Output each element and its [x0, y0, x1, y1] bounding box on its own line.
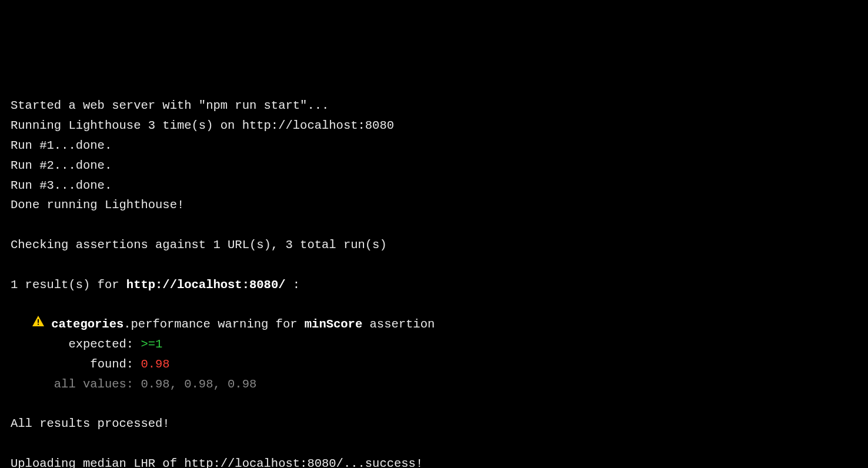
warning-icon [32, 313, 44, 333]
found-label: found: [11, 357, 141, 371]
warning-assertion-suffix: assertion [362, 317, 435, 331]
found-value: 0.98 [141, 357, 169, 371]
terminal-line: Uploading median LHR of http://localhost… [11, 457, 423, 468]
warning-performance-text: .performance warning for [123, 317, 305, 331]
warning-indent [11, 315, 32, 335]
warning-category: categories [51, 317, 123, 331]
svg-rect-1 [38, 324, 39, 325]
allvalues-values: 0.98, 0.98, 0.98 [141, 377, 256, 391]
expected-value: 1 [155, 337, 162, 351]
results-heading-suffix: : [286, 278, 301, 292]
results-heading-prefix: 1 result(s) for [11, 278, 126, 292]
terminal-line: Run #3...done. [11, 179, 112, 192]
terminal-line: All results processed! [11, 417, 170, 430]
terminal-line: Running Lighthouse 3 time(s) on http://l… [11, 119, 394, 132]
svg-rect-0 [38, 319, 39, 323]
terminal-line: Run #1...done. [11, 139, 112, 152]
terminal-line: Started a web server with "npm run start… [11, 99, 329, 112]
terminal-line: Done running Lighthouse! [11, 198, 184, 212]
terminal-line: Run #2...done. [11, 159, 112, 172]
expected-label: expected: [11, 337, 141, 351]
results-url: http://localhost:8080/ [126, 278, 286, 292]
expected-operator: >= [141, 337, 155, 351]
allvalues-label: all values: [11, 377, 141, 391]
warning-minscore: minScore [305, 317, 362, 331]
terminal-line: Checking assertions against 1 URL(s), 3 … [11, 238, 387, 252]
